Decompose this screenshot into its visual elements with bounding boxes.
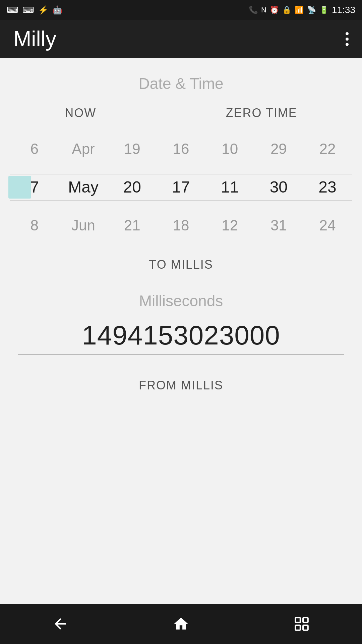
col6-above: 29 [258, 142, 299, 156]
col4-picker-column[interactable]: 16 17 18 [161, 130, 201, 244]
battery-icon: 🔋 [319, 6, 328, 14]
now-button[interactable]: NOW [65, 106, 96, 120]
dot2 [346, 38, 349, 41]
milliseconds-label: Milliseconds [139, 292, 223, 310]
android-icon: 🤖 [52, 5, 62, 15]
col4-below: 18 [161, 218, 201, 233]
svg-rect-3 [295, 625, 300, 630]
col3-picker-column[interactable]: 19 20 21 [112, 130, 152, 244]
lock-icon: 🔒 [282, 6, 291, 14]
col5-above: 10 [210, 142, 250, 156]
col4-above: 16 [161, 142, 201, 156]
signal-icon: 📡 [307, 6, 316, 14]
col7-above: 22 [307, 142, 348, 156]
month-picker-column[interactable]: Apr May Jun [63, 130, 104, 244]
home-icon [173, 615, 189, 632]
dot1 [346, 32, 349, 35]
status-bar: ⌨ ⌨ ⚡ 🤖 📞 N ⏰ 🔒 📶 📡 🔋 11:33 [0, 0, 362, 20]
phone-icon: 📞 [249, 6, 258, 14]
col6-selected: 30 [258, 179, 299, 195]
col5-picker-column[interactable]: 10 11 12 [210, 130, 250, 244]
status-icons-left: ⌨ ⌨ ⚡ 🤖 [7, 5, 62, 15]
recent-apps-button[interactable] [285, 614, 318, 634]
col6-below: 31 [258, 218, 299, 233]
svg-rect-0 [295, 618, 300, 623]
milliseconds-value[interactable]: 1494153023000 [82, 320, 280, 350]
code-icon: ⌨ [7, 5, 18, 15]
svg-rect-1 [303, 618, 308, 623]
mode-selector-row: NOW ZERO TIME [0, 106, 362, 120]
col3-selected: 20 [112, 179, 152, 195]
status-icons-right: 📞 N ⏰ 🔒 📶 📡 🔋 11:33 [249, 5, 355, 15]
back-button[interactable] [44, 614, 77, 634]
nfc-icon: N [261, 6, 266, 14]
col7-picker-column[interactable]: 22 23 24 [307, 130, 348, 244]
section-title: Date & Time [138, 74, 223, 93]
app-title: Milly [13, 26, 56, 51]
status-time: 11:33 [332, 5, 355, 15]
month-below: Jun [63, 218, 104, 233]
alarm-icon: ⏰ [270, 6, 279, 14]
usb-icon: ⚡ [38, 5, 48, 15]
day-picker-column[interactable]: 6 7 8 [14, 130, 55, 244]
picker-columns: 6 7 8 Apr May Jun 19 20 21 16 [10, 130, 352, 244]
dot3 [346, 43, 349, 46]
col7-below: 24 [307, 218, 348, 233]
date-time-picker[interactable]: 6 7 8 Apr May Jun 19 20 21 16 [0, 130, 362, 244]
nav-bar [0, 604, 362, 644]
day-above: 6 [14, 142, 55, 156]
col7-selected: 23 [307, 179, 348, 195]
home-button[interactable] [164, 614, 198, 634]
from-millis-button[interactable]: FROM MILLIS [139, 378, 223, 392]
zero-time-button[interactable]: ZERO TIME [226, 106, 297, 120]
milliseconds-value-container: 1494153023000 [18, 320, 344, 355]
col4-selected: 17 [161, 179, 201, 195]
col5-below: 12 [210, 218, 250, 233]
col5-selected: 11 [210, 179, 250, 195]
overflow-menu-button[interactable] [346, 32, 349, 46]
col3-above: 19 [112, 142, 152, 156]
code2-icon: ⌨ [22, 5, 34, 15]
back-icon [52, 615, 69, 632]
to-millis-button[interactable]: TO MILLIS [149, 258, 213, 272]
app-bar: Milly [0, 20, 362, 58]
wifi-icon: 📶 [295, 6, 304, 14]
month-above: Apr [63, 142, 104, 156]
day-below: 8 [14, 218, 55, 233]
svg-rect-2 [303, 625, 308, 630]
day-selected: 7 [14, 179, 55, 195]
recent-apps-icon [293, 615, 310, 632]
main-content: Date & Time NOW ZERO TIME 6 7 8 Apr Ma [0, 58, 362, 604]
month-selected: May [63, 179, 104, 195]
col6-picker-column[interactable]: 29 30 31 [258, 130, 299, 244]
col3-below: 21 [112, 218, 152, 233]
